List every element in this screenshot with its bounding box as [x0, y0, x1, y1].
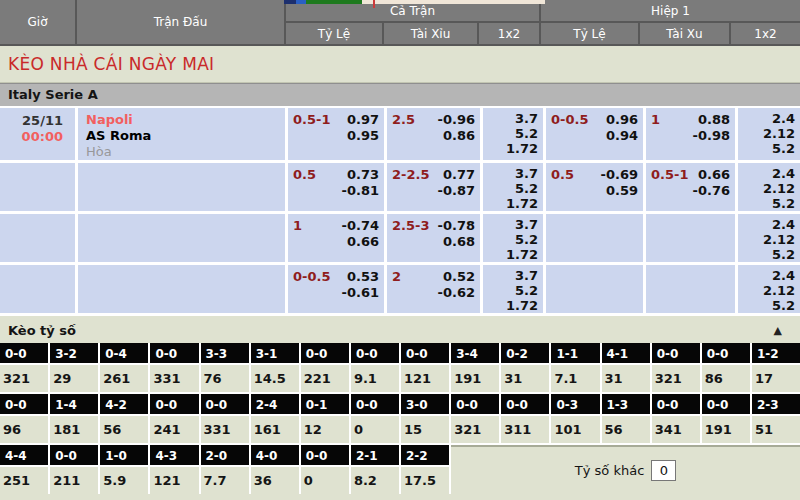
score-odds[interactable]: 14.5 — [251, 365, 299, 392]
1x2-cell[interactable]: 3.75.21.72 — [483, 108, 543, 160]
1x2-cell[interactable]: 2.42.125.2 — [738, 265, 800, 313]
score-odds[interactable]: 101 — [551, 416, 599, 443]
h1-handicap-cell[interactable]: 0.5-0.690.59 — [546, 163, 643, 211]
score-odds[interactable]: 121 — [401, 365, 449, 392]
h1-over-under-cell — [646, 265, 735, 313]
1x2-cell[interactable]: 3.75.21.72 — [483, 214, 543, 262]
odds-value: 2.4 — [738, 268, 795, 283]
score-odds[interactable]: 191 — [451, 365, 499, 392]
score-odds[interactable]: 7.7 — [201, 467, 249, 494]
score-odds[interactable]: 261 — [100, 365, 148, 392]
h1-1x2-header: 1x2 — [731, 23, 800, 44]
score-label: 4-3 — [150, 445, 198, 465]
score-section-title: Kèo tỷ số — [8, 323, 76, 338]
score-odds[interactable]: 12 — [301, 416, 349, 443]
odds-value: 2.12 — [738, 126, 795, 141]
score-odds[interactable]: 31 — [501, 365, 549, 392]
match-time-cell — [0, 163, 75, 211]
odds-value: 3.7 — [483, 111, 538, 126]
score-odds[interactable]: 181 — [50, 416, 98, 443]
score-odds[interactable]: 341 — [652, 416, 700, 443]
match-time-cell — [0, 265, 75, 313]
ft-over-under-cell[interactable]: 2.5-0.960.86 — [387, 108, 480, 160]
score-odds[interactable]: 86 — [702, 365, 750, 392]
ft-handicap-cell[interactable]: 0-0.50.53-0.61 — [288, 265, 384, 313]
1x2-cell[interactable]: 2.42.125.2 — [738, 214, 800, 262]
score-odds[interactable]: 7.1 — [551, 365, 599, 392]
odds-values: 3.75.21.72 — [483, 108, 543, 156]
odds-value: 1.72 — [483, 196, 538, 211]
score-label: 2-3 — [752, 394, 800, 414]
1x2-cell[interactable]: 2.42.125.2 — [738, 163, 800, 211]
h1-over-under-cell[interactable]: 10.88-0.98 — [646, 108, 735, 160]
score-odds[interactable]: 321 — [652, 365, 700, 392]
handicap-value: 1 — [651, 112, 660, 127]
odds-value: 2.12 — [738, 181, 795, 196]
odds-row: 25/1100:00NapoliAS RomaHòa0.5-10.970.952… — [0, 108, 800, 160]
score-odds[interactable]: 76 — [201, 365, 249, 392]
score-odds[interactable]: 9.1 — [351, 365, 399, 392]
score-odds[interactable]: 15 — [401, 416, 449, 443]
score-label: 0-3 — [551, 394, 599, 414]
score-odds[interactable]: 56 — [100, 416, 148, 443]
score-odds[interactable]: 56 — [602, 416, 650, 443]
score-label: 4-2 — [100, 394, 148, 414]
ft-handicap-cell[interactable]: 0.5-10.970.95 — [288, 108, 384, 160]
score-label: 1-3 — [602, 394, 650, 414]
score-odds[interactable]: 241 — [150, 416, 198, 443]
top-banner-sliver — [373, 0, 375, 8]
h1-handicap-cell[interactable]: 0-0.50.960.94 — [546, 108, 643, 160]
score-odds[interactable]: 36 — [251, 467, 299, 494]
score-odds[interactable]: 331 — [201, 416, 249, 443]
draw-label: Hòa — [86, 144, 285, 160]
score-odds[interactable]: 5.9 — [100, 467, 148, 494]
score-odds[interactable]: 221 — [301, 365, 349, 392]
score-odds[interactable]: 29 — [50, 365, 98, 392]
1x2-cell[interactable]: 2.42.125.2 — [738, 108, 800, 160]
score-label: 2-4 — [251, 394, 299, 414]
odds-value: 5.2 — [483, 283, 538, 298]
odds-values: 2.42.125.2 — [738, 214, 800, 262]
other-score-area: Tỷ số khác0 — [451, 445, 800, 494]
h1-over-under-cell[interactable]: 0.5-10.66-0.76 — [646, 163, 735, 211]
ft-over-under-cell[interactable]: 20.52-0.62 — [387, 265, 480, 313]
score-section-header: Kèo tỷ số ▲ — [0, 316, 800, 343]
score-odds[interactable]: 331 — [150, 365, 198, 392]
odds-table: 25/1100:00NapoliAS RomaHòa0.5-10.970.952… — [0, 106, 800, 316]
score-odds[interactable]: 311 — [501, 416, 549, 443]
1x2-cell[interactable]: 3.75.21.72 — [483, 265, 543, 313]
score-odds[interactable]: 161 — [251, 416, 299, 443]
handicap-value: 2-2.5 — [392, 167, 429, 182]
odds-values: -0.740.66 — [288, 214, 384, 250]
odds-value: 3.7 — [483, 217, 538, 232]
1x2-cell[interactable]: 3.75.21.72 — [483, 163, 543, 211]
score-label: 3-4 — [451, 343, 499, 363]
score-odds[interactable]: 191 — [702, 416, 750, 443]
score-odds[interactable]: 31 — [602, 365, 650, 392]
odds-value: 3.7 — [483, 166, 538, 181]
score-odds[interactable]: 8.2 — [351, 467, 399, 494]
score-odds[interactable]: 17.5 — [401, 467, 449, 494]
ft-over-under-cell[interactable]: 2-2.50.77-0.87 — [387, 163, 480, 211]
score-odds[interactable]: 121 — [150, 467, 198, 494]
collapse-icon[interactable]: ▲ — [774, 326, 782, 336]
score-odds[interactable]: 96 — [0, 416, 48, 443]
score-odds[interactable]: 321 — [0, 365, 48, 392]
score-odds[interactable]: 0 — [351, 416, 399, 443]
ft-handicap-cell[interactable]: 1-0.740.66 — [288, 214, 384, 262]
ft-handicap-cell[interactable]: 0.50.73-0.81 — [288, 163, 384, 211]
match-teams-cell[interactable]: NapoliAS RomaHòa — [78, 108, 285, 160]
score-odds[interactable]: 0 — [301, 467, 349, 494]
top-banner-sliver — [284, 0, 362, 4]
odds-value: 5.2 — [738, 247, 795, 262]
score-odds[interactable]: 17 — [752, 365, 800, 392]
score-odds[interactable]: 251 — [0, 467, 48, 494]
ft-over-under-cell[interactable]: 2.5-3-0.780.68 — [387, 214, 480, 262]
odds-value: 2.4 — [738, 166, 795, 181]
score-label: 0-0 — [0, 343, 48, 363]
other-score-box[interactable]: 0 — [651, 460, 676, 481]
score-odds[interactable]: 321 — [451, 416, 499, 443]
score-odds[interactable]: 211 — [50, 467, 98, 494]
score-odds[interactable]: 51 — [752, 416, 800, 443]
handicap-value: 2 — [392, 269, 401, 284]
